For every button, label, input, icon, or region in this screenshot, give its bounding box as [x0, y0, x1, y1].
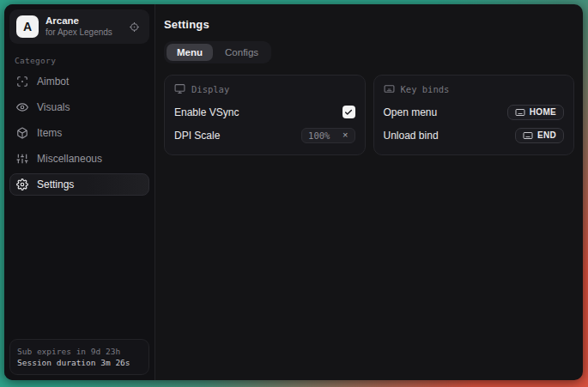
sidebar-item-label: Items	[37, 127, 62, 139]
category-label: Category	[15, 56, 149, 65]
main-content: Settings Menu Configs Display Enable VSy…	[155, 4, 583, 380]
sidebar-item-items[interactable]: Items	[9, 122, 149, 144]
app-subtitle: for Apex Legends	[45, 27, 118, 38]
sidebar-item-visuals[interactable]: Visuals	[9, 96, 149, 118]
display-card-title: Display	[191, 84, 229, 94]
open-menu-label: Open menu	[384, 106, 438, 118]
sidebar-item-miscellaneous[interactable]: Miscellaneous	[9, 148, 149, 170]
clear-icon[interactable]: ×	[342, 130, 348, 140]
session-duration-text: Session duration 3m 26s	[17, 357, 142, 368]
display-card: Display Enable VSync DPI Scale	[164, 75, 366, 155]
profile-text: Arcane for Apex Legends	[45, 15, 118, 38]
sub-expires-text: Sub expires in 9d 23h	[17, 346, 142, 357]
sliders-icon	[16, 153, 28, 165]
session-card: Sub expires in 9d 23h Session duration 3…	[9, 339, 149, 375]
keyboard-icon	[384, 83, 395, 94]
dpi-scale-input[interactable]: 100% ×	[301, 128, 355, 143]
sidebar-item-label: Miscellaneous	[37, 153, 102, 165]
sidebar-item-label: Settings	[37, 178, 74, 190]
cube-icon	[16, 127, 28, 139]
app-name: Arcane	[45, 15, 118, 27]
crosshair-icon	[16, 76, 28, 88]
sidebar-item-settings[interactable]: Settings	[9, 173, 149, 196]
unload-key: END	[537, 130, 556, 140]
dpi-scale-value: 100%	[308, 130, 336, 141]
settings-cards: Display Enable VSync DPI Scale	[164, 75, 574, 155]
vsync-row: Enable VSync	[174, 101, 355, 123]
sidebar-item-label: Aimbot	[37, 76, 69, 88]
keyboard-icon	[515, 107, 525, 118]
tab-menu[interactable]: Menu	[167, 44, 213, 61]
sidebar: A Arcane for Apex Legends Category	[4, 4, 155, 380]
profile-card: A Arcane for Apex Legends	[9, 9, 149, 44]
target-icon-button[interactable]	[125, 18, 142, 35]
keybinds-card-title: Key binds	[401, 84, 450, 94]
keyboard-icon	[523, 130, 533, 141]
vsync-label: Enable VSync	[174, 106, 239, 118]
open-menu-keybind-button[interactable]: HOME	[507, 105, 564, 120]
unload-bind-label: Unload bind	[384, 130, 439, 142]
vsync-checkbox[interactable]	[342, 106, 355, 118]
app-window: A Arcane for Apex Legends Category	[4, 4, 583, 380]
keybinds-card: Key binds Open menu HOME Unload bind	[373, 75, 575, 155]
gear-icon	[16, 178, 28, 190]
eye-icon	[16, 101, 28, 113]
open-menu-row: Open menu HOME	[384, 101, 565, 123]
display-card-header: Display	[174, 83, 355, 94]
dpi-row: DPI Scale 100% ×	[174, 124, 355, 146]
sidebar-item-aimbot[interactable]: Aimbot	[9, 70, 149, 93]
tab-bar: Menu Configs	[164, 41, 271, 63]
unload-keybind-button[interactable]: END	[515, 128, 564, 143]
unload-bind-row: Unload bind END	[384, 124, 565, 146]
keybinds-card-header: Key binds	[384, 83, 565, 94]
tab-configs[interactable]: Configs	[215, 44, 269, 61]
sidebar-spacer	[9, 196, 149, 339]
target-icon	[129, 21, 140, 33]
dpi-label: DPI Scale	[174, 130, 220, 142]
app-logo: A	[16, 15, 39, 38]
page-title: Settings	[164, 18, 574, 31]
check-icon	[344, 108, 353, 117]
monitor-icon	[174, 83, 185, 94]
sidebar-nav: Aimbot Visuals Items	[9, 70, 149, 196]
open-menu-key: HOME	[530, 107, 556, 117]
sidebar-item-label: Visuals	[37, 101, 70, 113]
